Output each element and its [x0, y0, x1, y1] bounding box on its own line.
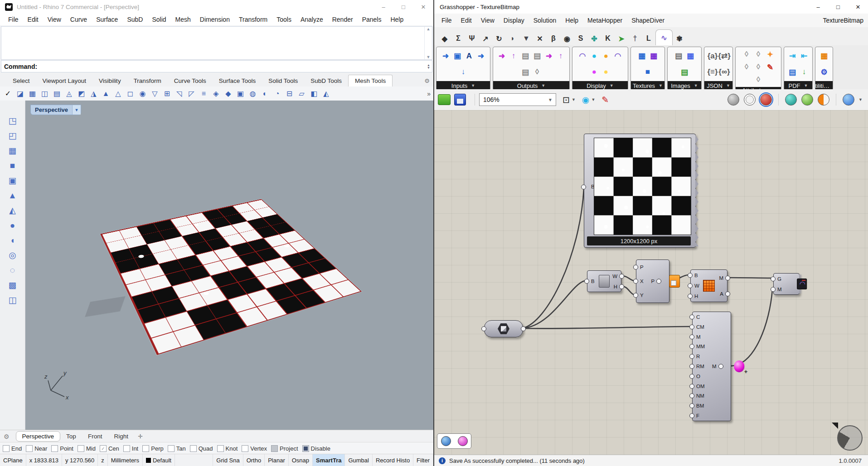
palette-icon-4[interactable]: ● — [588, 66, 600, 78]
palette-icon-7[interactable]: ◊ — [531, 66, 543, 78]
toolbar-overflow-icon[interactable]: » — [427, 90, 431, 97]
category-tab-17[interactable]: ✾ — [673, 32, 686, 45]
palette-icon-0[interactable]: ◊ — [741, 48, 752, 61]
output-port-A[interactable] — [725, 291, 730, 296]
gh-component-mesh-from-bitmap[interactable]: BWHMA — [690, 269, 727, 302]
status-y-1270-560[interactable]: y 1270.560 — [62, 454, 98, 466]
palette-icon-3[interactable]: ◊ — [741, 61, 752, 73]
palette-icon-3[interactable]: ➜ — [475, 50, 487, 62]
bitmap-parameter[interactable] — [484, 320, 523, 337]
input-port-M[interactable] — [771, 287, 776, 292]
canvas-mini-panel[interactable] — [437, 433, 471, 449]
input-port-B[interactable] — [581, 185, 586, 190]
tabs-gear-icon[interactable]: ⚙ — [424, 77, 430, 86]
input-port-X[interactable] — [633, 279, 638, 283]
chevron-down-icon[interactable]: ▼ — [471, 83, 475, 88]
shaded-preview-icon[interactable] — [760, 94, 772, 106]
input-port-P[interactable] — [633, 264, 638, 269]
palette-icon-2[interactable]: A — [463, 50, 475, 62]
history-scrollbar[interactable]: ▲▼ — [424, 27, 432, 59]
menu-item-solid[interactable]: Solid — [147, 16, 170, 23]
viewport-menu-arrow-icon[interactable]: ▼ — [72, 105, 81, 115]
category-tab-6[interactable]: ▼ — [519, 32, 533, 45]
checkbox-quad[interactable] — [190, 445, 197, 452]
input-port-MM[interactable] — [689, 344, 694, 349]
checkbox-point[interactable] — [51, 445, 58, 452]
tab-mesh-tools[interactable]: Mesh Tools — [348, 75, 393, 86]
input-port-NM[interactable] — [689, 394, 694, 399]
tab-transform[interactable]: Transform — [127, 75, 168, 86]
checkered-mesh-plane[interactable] — [100, 199, 362, 355]
osnap-point[interactable]: Point — [51, 445, 73, 452]
checkbox-knot[interactable] — [217, 445, 224, 452]
palette-group-label[interactable]: JSON▼ — [704, 81, 732, 90]
chevron-down-icon[interactable]: ▼ — [858, 97, 863, 102]
checkbox-near[interactable] — [26, 445, 33, 452]
status-planar[interactable]: Planar — [265, 454, 289, 466]
toolbar-icon-8[interactable]: ▲ — [100, 88, 112, 100]
palette-icon-0[interactable]: ▤ — [673, 50, 684, 62]
tab-solid-tools[interactable]: Solid Tools — [262, 75, 304, 86]
zoom-extents-icon[interactable]: ⊡▼ — [563, 95, 576, 105]
toolbar-icon-21[interactable]: ◐ — [259, 88, 271, 100]
sidebar-tool-icon-4[interactable]: ▣ — [5, 173, 20, 188]
sidebar-tool-icon-9[interactable]: ◎ — [5, 248, 20, 263]
palette-icon-0[interactable]: ➜ — [440, 50, 451, 62]
menu-item-tools[interactable]: Tools — [272, 16, 296, 23]
palette-icon-0[interactable]: ⇥ — [786, 50, 798, 62]
osnap-project[interactable]: Project — [271, 445, 298, 452]
toolbar-icon-18[interactable]: ◆ — [222, 88, 234, 100]
status-filter[interactable]: Filter — [413, 454, 433, 466]
menu-item-subd[interactable]: SubD — [122, 16, 147, 23]
sidebar-tool-icon-8[interactable]: ◖ — [5, 233, 20, 248]
no-preview-icon[interactable] — [727, 94, 739, 106]
gumball-blue-icon[interactable] — [843, 94, 854, 106]
palette-icon-2[interactable]: ▤ — [519, 50, 531, 62]
palette-icon-1[interactable]: ▦ — [648, 50, 659, 62]
perspective-viewport[interactable]: Perspective ▼ y x z — [25, 101, 433, 430]
toolbar-icon-15[interactable]: ◸ — [185, 88, 198, 100]
osnap-knot[interactable]: Knot — [217, 445, 238, 452]
sidebar-tool-icon-7[interactable]: ● — [5, 218, 20, 233]
bitmap-preview-component[interactable]: B 1200x1200 px — [584, 134, 696, 248]
minimize-button[interactable]: – — [373, 0, 393, 14]
palette-icon-5[interactable]: ● — [600, 66, 612, 78]
category-tab-2[interactable]: Ψ — [465, 32, 479, 45]
menu-item-solution[interactable]: Solution — [529, 17, 561, 24]
status-grid-sna[interactable]: Grid Sna — [213, 454, 243, 466]
category-tab-0[interactable]: ◆ — [438, 32, 451, 45]
palette-icon-0[interactable]: ➜ — [496, 50, 508, 62]
toolbar-icon-24[interactable]: ▱ — [296, 88, 308, 100]
chevron-down-icon[interactable]: ▼ — [610, 83, 614, 88]
toolbar-icon-11[interactable]: ◉ — [136, 88, 149, 100]
category-tab-15[interactable]: L — [642, 32, 655, 45]
menu-item-curve[interactable]: Curve — [66, 16, 92, 23]
palette-icon-1[interactable]: ◊ — [752, 48, 764, 61]
palette-icon-3[interactable]: {∞} — [718, 66, 730, 78]
sidebar-tool-icon-5[interactable]: ▲ — [5, 188, 20, 203]
toolbar-icon-14[interactable]: ◹ — [173, 88, 185, 100]
palette-icon-1[interactable]: ⚙ — [818, 66, 830, 78]
checkbox-vertex[interactable] — [242, 445, 248, 452]
output-port-H[interactable] — [619, 284, 624, 289]
status-osnap[interactable]: Osnap — [289, 454, 313, 466]
menu-item-analyze[interactable]: Analyze — [296, 16, 328, 23]
wireframe-preview-icon[interactable] — [744, 94, 756, 106]
output-port-M[interactable] — [718, 364, 723, 369]
preview-eye-icon[interactable]: ◉▼ — [582, 95, 596, 105]
palette-icon-1[interactable]: ⇤ — [798, 50, 810, 62]
menu-item-transform[interactable]: Transform — [234, 16, 272, 23]
osnap-tan[interactable]: Tan — [168, 445, 186, 452]
blue-sphere-icon[interactable] — [441, 436, 451, 446]
osnap-quad[interactable]: Quad — [190, 445, 213, 452]
sidebar-tool-icon-6[interactable]: ◭ — [5, 203, 20, 218]
checkbox-perp[interactable] — [142, 445, 149, 452]
status-smarttra[interactable]: SmartTra — [313, 454, 345, 466]
category-tab-12[interactable]: K — [601, 32, 615, 45]
input-port-O[interactable] — [689, 374, 694, 379]
toolbar-icon-17[interactable]: ◈ — [210, 88, 222, 100]
status-x-1833-813[interactable]: x 1833.813 — [26, 454, 62, 466]
maximize-button[interactable]: □ — [828, 0, 848, 14]
chevron-down-icon[interactable]: ▼ — [694, 83, 698, 88]
status-cplane[interactable]: CPlane — [0, 454, 26, 466]
